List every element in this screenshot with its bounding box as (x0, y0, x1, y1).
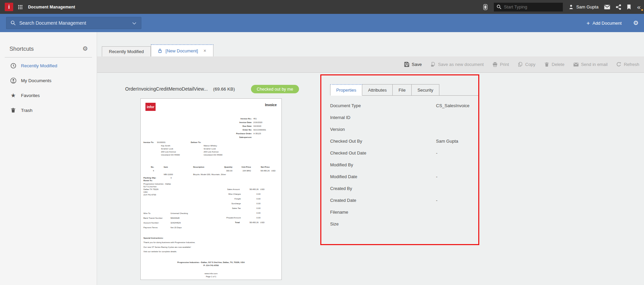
sidebar-item-label: My Documents (21, 78, 51, 83)
global-search-input[interactable] (494, 3, 563, 11)
remit-address: Dallas TX 75226 (143, 188, 158, 191)
packing-slip-label: Packing Slip: (143, 177, 156, 179)
row-description: Bicycle, Model-200, Mountain, Silver (193, 173, 226, 176)
invoice-meta-value: SGCO000001 (253, 129, 266, 131)
field-label: Checked Out Date (330, 150, 366, 156)
refresh-icon (616, 62, 621, 67)
collapse-panel-icon[interactable]: « (637, 4, 641, 10)
tab-file[interactable]: File (393, 84, 412, 96)
invoice-footer-page: Page 1 of 1 (141, 276, 281, 278)
special-instructions-line: Visit our website for complete details. (143, 251, 177, 253)
document-tabs: Recently Modified [New Document] × (97, 44, 644, 57)
user-menu[interactable]: Sam Gupta (569, 4, 599, 9)
field-value: - (436, 174, 437, 179)
tab-new-document[interactable]: [New Document] × (151, 44, 213, 57)
module-search[interactable]: Search Document Management (6, 17, 141, 29)
tab-properties[interactable]: Properties (330, 84, 362, 96)
total-value: 0.00 (241, 212, 260, 214)
device-icon[interactable] (483, 4, 488, 10)
invoice-to-address: Smarter Look (161, 148, 173, 150)
tab-label: File (398, 88, 406, 93)
invoice-to-code: SG00001 (157, 141, 165, 144)
tab-label: Attributes (368, 88, 387, 93)
mail-icon[interactable] (604, 5, 610, 9)
field-value: - (436, 198, 437, 203)
share-icon[interactable] (616, 4, 621, 10)
tab-recently-modified[interactable]: Recently Modified (102, 46, 151, 57)
bookmark-icon[interactable] (627, 4, 631, 10)
app-grid-icon[interactable] (18, 5, 23, 9)
invoice-to-address: 200 Low Avenue (161, 151, 176, 153)
wire-value: 58203628 (170, 217, 180, 219)
save-icon (404, 62, 409, 67)
refresh-button[interactable]: Refresh (616, 62, 639, 67)
shortcuts-gear-icon[interactable]: ⚙ (83, 46, 88, 52)
document-toolbar: Save Save as new document (97, 56, 644, 73)
chevron-down-icon[interactable] (132, 22, 136, 25)
add-document-label: Add Document (593, 21, 622, 26)
sidebar-item-my-documents[interactable]: My Documents (0, 73, 97, 88)
invoice-to-address: Cleveland OH 44000 (161, 154, 180, 156)
deliver-to-address: 200 Low Avenue (204, 151, 218, 153)
field-row: Modified Date- (330, 171, 472, 183)
sidebar-item-favorites[interactable]: ★ Favorites (0, 88, 97, 103)
status-badge: Checked out by me (251, 85, 299, 93)
add-document-button[interactable]: + Add Document (586, 20, 622, 26)
invoice-meta-label: Order No: (225, 129, 252, 131)
app-title: Document Management (28, 5, 75, 9)
settings-gear-icon[interactable]: ⚙ (633, 20, 639, 26)
total-value: 0.00 (241, 207, 260, 210)
deliver-to-address: Marion Whitley (204, 145, 217, 147)
save-as-new-document-button[interactable]: Save as new document (431, 62, 484, 67)
global-search[interactable] (494, 3, 563, 11)
wire-value: 324244529 (170, 222, 181, 224)
module-search-label: Search Document Management (19, 20, 86, 26)
shortcuts-title: Shortcuts (9, 46, 34, 52)
total-label: Surcharge (214, 203, 241, 205)
invoice-title: Invoice (265, 103, 277, 107)
invoice-footer-site: www.infor.com (141, 272, 281, 275)
person-icon (10, 77, 16, 84)
copy-button[interactable]: Copy (518, 62, 535, 67)
wire-label: Wire To: (143, 212, 151, 215)
sidebar-item-trash[interactable]: Trash (0, 103, 97, 118)
save-button[interactable]: Save (404, 62, 422, 67)
notification-dot (641, 9, 643, 11)
field-row: Internal ID (330, 112, 472, 123)
tab-label: [New Document] (165, 48, 198, 53)
wire-value: Universal Checking (170, 212, 188, 215)
row-unit-price: 194.9842 (237, 170, 251, 172)
close-icon[interactable]: × (203, 48, 206, 53)
invoice-meta-label: Salesperson: (225, 136, 252, 139)
invoice-meta-value: 2/16/2020 (253, 121, 262, 124)
packing-slip-value: 3 (170, 177, 171, 179)
field-value: CS_SalesInvoice (436, 103, 469, 108)
special-instructions-line: Thank you for doing business with Progre… (143, 241, 195, 244)
col-header: Net Price (257, 166, 270, 168)
invoice-meta-label: Invoice No.: (225, 118, 252, 120)
remit-address: Progressive Industries - Dallas (143, 183, 171, 185)
sidebar-item-label: Recently Modified (21, 63, 57, 68)
delete-label: Delete (552, 62, 565, 67)
row-no: 4 (153, 170, 154, 172)
copy-icon (518, 62, 523, 67)
total-currency: USD (260, 221, 264, 224)
remit-to-label: Remit To: (143, 180, 153, 182)
sidebar-item-recently-modified[interactable]: Recently Modified (0, 58, 97, 73)
total-label: Misc Charges (214, 193, 241, 195)
delete-button[interactable]: Delete (544, 62, 565, 67)
sidebar-item-label: Favorites (21, 93, 40, 98)
clock-icon (10, 63, 16, 69)
invoice-logo: infor (145, 103, 156, 111)
tab-security[interactable]: Security (412, 84, 439, 96)
print-button[interactable]: Print (492, 62, 509, 67)
infor-logo[interactable]: i (5, 3, 13, 11)
field-label: Document Type (330, 103, 361, 108)
top-bar: i Document Management (0, 0, 644, 14)
row-item: MB-11000 (164, 173, 173, 176)
send-in-email-button[interactable]: Send in email (573, 62, 608, 67)
col-header: Description (193, 166, 204, 168)
tab-attributes[interactable]: Attributes (362, 84, 393, 96)
main-content: Recently Modified [New Document] × (97, 32, 644, 285)
field-label: Modified Date (330, 174, 357, 179)
